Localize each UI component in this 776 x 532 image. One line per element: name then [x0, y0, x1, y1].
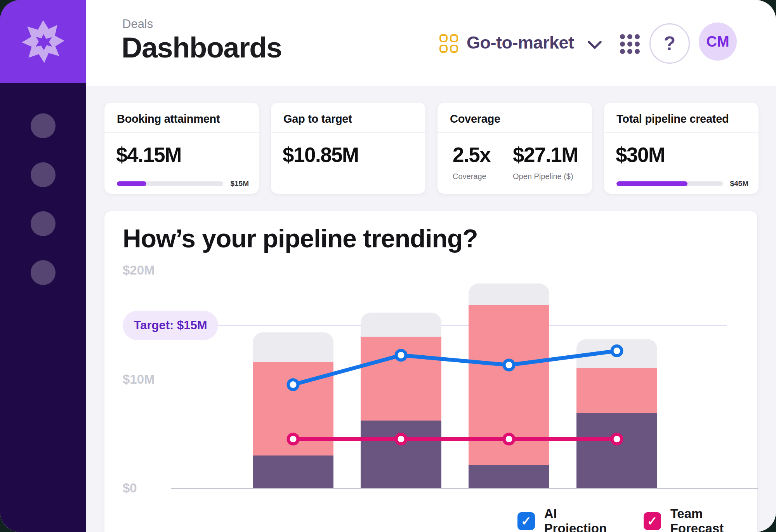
progress-track — [616, 181, 723, 186]
metric-value: $27.1M — [513, 143, 578, 167]
y-tick-label: $10M — [123, 372, 155, 387]
sidebar-nav-item-1[interactable] — [31, 113, 56, 138]
kpi-metric-open-pipeline: $27.1M Open Pipeline ($) — [513, 143, 578, 181]
legend-item-team-forecast: ✓ Team Forecast — [644, 506, 757, 532]
avatar-initials: CM — [706, 33, 729, 50]
kpi-card-coverage: Coverage 2.5x Coverage $27.1M Open Pipel… — [437, 102, 592, 194]
bar-segment-top-gray — [253, 332, 333, 362]
sidebar — [0, 0, 86, 532]
kpi-value: $30M — [616, 143, 665, 167]
question-mark-icon: ? — [664, 32, 676, 55]
legend-item-ai-projection: ✓ AI Projection — [517, 506, 621, 532]
app-window: Deals Dashboards Go-to-market ? CM Booki… — [0, 0, 776, 532]
kpi-card-booking-attainment: Booking attainment $4.15M $15M — [104, 102, 259, 194]
starburst-logo-icon — [19, 18, 67, 65]
workspace-name: Go-to-market — [467, 33, 574, 53]
y-tick-label: $20M — [123, 263, 155, 278]
kpi-title: Coverage — [450, 113, 500, 125]
kpi-title: Total pipeline created — [616, 113, 729, 125]
ai-projection-checkbox[interactable]: ✓ — [517, 512, 535, 530]
kpi-card-gap-to-target: Gap to target $10.85M — [271, 102, 426, 194]
bar-segment-bottom-purple — [253, 456, 333, 488]
metric-value: 2.5x — [453, 143, 490, 167]
sidebar-nav-item-3[interactable] — [31, 211, 56, 236]
kpi-value: $10.85M — [283, 143, 359, 167]
sidebar-nav-item-4[interactable] — [31, 260, 56, 285]
screen: Deals Dashboards Go-to-market ? CM Booki… — [0, 0, 776, 532]
progress-max-label: $15M — [230, 179, 249, 188]
kpi-title: Booking attainment — [117, 113, 220, 125]
divider — [604, 132, 759, 133]
help-button[interactable]: ? — [649, 23, 690, 64]
legend-label: AI Projection — [544, 506, 621, 532]
app-launcher-button[interactable] — [620, 34, 640, 54]
metric-label: Open Pipeline ($) — [513, 172, 578, 181]
chevron-down-icon — [587, 40, 602, 50]
bar-segment-middle-pink — [361, 337, 441, 421]
divider — [271, 132, 425, 133]
workspace-grid-icon — [439, 34, 458, 53]
bar-segment-middle-pink — [576, 368, 657, 413]
bar-segment-bottom-purple — [361, 421, 441, 488]
bar-segment-middle-pink — [469, 305, 549, 465]
legend-label: Team Forecast — [670, 506, 757, 532]
progress-row: $45M — [616, 179, 748, 188]
kpi-card-total-pipeline: Total pipeline created $30M $45M — [604, 102, 759, 194]
kpi-value: $4.15M — [116, 143, 181, 167]
team-forecast-checkbox[interactable]: ✓ — [644, 512, 661, 530]
workspace-switcher[interactable]: Go-to-market — [435, 27, 613, 60]
y-tick-label: $0 — [123, 480, 137, 496]
user-avatar[interactable]: CM — [699, 23, 737, 61]
bar-segment-bottom-purple — [469, 465, 549, 488]
app-logo[interactable] — [0, 0, 86, 83]
bar-segment-top-gray — [361, 313, 441, 337]
target-badge: Target: $15M — [123, 311, 218, 340]
sidebar-nav-item-2[interactable] — [31, 162, 56, 187]
metric-label: Coverage — [453, 172, 490, 181]
bar-segment-bottom-purple — [576, 413, 657, 488]
progress-row: $15M — [117, 179, 249, 188]
x-axis-line — [171, 488, 758, 489]
breadcrumb[interactable]: Deals — [122, 17, 153, 31]
chart-title: How’s your pipeline trending? — [123, 224, 478, 253]
divider — [104, 132, 259, 133]
bar-segment-middle-pink — [253, 362, 333, 456]
progress-fill — [616, 181, 687, 186]
progress-track — [117, 181, 223, 186]
bar-segment-top-gray — [469, 283, 549, 305]
pipeline-trend-chart-card: How’s your pipeline trending? $20M$10M$0… — [104, 211, 758, 532]
kpi-title: Gap to target — [283, 113, 352, 125]
chart-legend: ✓ AI Projection ✓ Team Forecast — [517, 506, 757, 532]
progress-max-label: $45M — [730, 179, 748, 188]
progress-fill — [117, 181, 146, 186]
divider — [437, 132, 592, 133]
grid-dot-icon — [620, 34, 625, 39]
kpi-metric-coverage: 2.5x Coverage — [453, 143, 490, 181]
page-title: Dashboards — [122, 31, 282, 64]
bar-segment-top-gray — [576, 339, 657, 369]
